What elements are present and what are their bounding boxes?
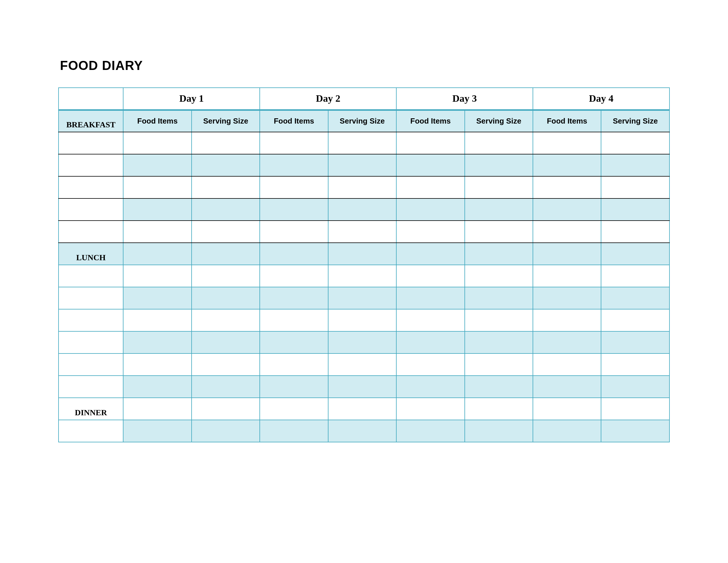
cell[interactable] [192,331,260,354]
cell[interactable] [396,154,464,176]
cell[interactable] [192,198,260,220]
cell[interactable] [533,198,601,220]
cell[interactable] [601,198,669,220]
cell[interactable] [260,354,328,376]
cell[interactable] [465,331,533,354]
cell[interactable] [465,287,533,309]
cell[interactable] [123,398,191,420]
cell[interactable] [260,198,328,220]
cell[interactable] [533,176,601,198]
cell[interactable] [396,309,464,331]
cell[interactable] [396,354,464,376]
cell[interactable] [533,376,601,398]
cell[interactable] [192,354,260,376]
cell[interactable] [465,154,533,176]
cell[interactable] [396,132,464,154]
cell[interactable] [192,176,260,198]
cell[interactable] [465,265,533,287]
cell[interactable] [192,243,260,265]
cell[interactable] [533,331,601,354]
cell[interactable] [260,287,328,309]
cell[interactable] [260,243,328,265]
cell[interactable] [396,331,464,354]
cell[interactable] [396,176,464,198]
cell[interactable] [533,287,601,309]
cell[interactable] [328,243,396,265]
cell[interactable] [123,154,191,176]
cell[interactable] [465,132,533,154]
cell[interactable] [192,265,260,287]
cell[interactable] [601,309,669,331]
cell[interactable] [260,132,328,154]
cell[interactable] [465,376,533,398]
cell[interactable] [396,376,464,398]
cell[interactable] [123,243,191,265]
cell[interactable] [533,154,601,176]
cell[interactable] [601,398,669,420]
cell[interactable] [260,309,328,331]
cell[interactable] [601,154,669,176]
cell[interactable] [260,220,328,243]
cell[interactable] [260,420,328,442]
cell[interactable] [260,398,328,420]
cell[interactable] [328,420,396,442]
cell[interactable] [192,420,260,442]
cell[interactable] [260,265,328,287]
cell[interactable] [123,309,191,331]
cell[interactable] [260,331,328,354]
cell[interactable] [601,176,669,198]
cell[interactable] [533,265,601,287]
cell[interactable] [192,309,260,331]
cell[interactable] [396,243,464,265]
cell[interactable] [601,331,669,354]
cell[interactable] [328,287,396,309]
cell[interactable] [192,132,260,154]
cell[interactable] [123,132,191,154]
cell[interactable] [396,265,464,287]
cell[interactable] [328,154,396,176]
cell[interactable] [328,331,396,354]
cell[interactable] [192,398,260,420]
cell[interactable] [192,376,260,398]
cell[interactable] [465,243,533,265]
cell[interactable] [260,176,328,198]
cell[interactable] [328,309,396,331]
cell[interactable] [192,154,260,176]
cell[interactable] [192,287,260,309]
cell[interactable] [533,420,601,442]
cell[interactable] [123,198,191,220]
cell[interactable] [328,376,396,398]
cell[interactable] [260,154,328,176]
cell[interactable] [465,198,533,220]
cell[interactable] [123,265,191,287]
cell[interactable] [465,354,533,376]
cell[interactable] [396,198,464,220]
cell[interactable] [328,132,396,154]
cell[interactable] [601,243,669,265]
cell[interactable] [123,287,191,309]
cell[interactable] [601,376,669,398]
cell[interactable] [328,398,396,420]
cell[interactable] [465,220,533,243]
cell[interactable] [328,176,396,198]
cell[interactable] [396,398,464,420]
cell[interactable] [533,309,601,331]
cell[interactable] [465,398,533,420]
cell[interactable] [465,176,533,198]
cell[interactable] [601,354,669,376]
cell[interactable] [123,354,191,376]
cell[interactable] [465,309,533,331]
cell[interactable] [123,420,191,442]
cell[interactable] [396,287,464,309]
cell[interactable] [123,220,191,243]
cell[interactable] [601,265,669,287]
cell[interactable] [601,287,669,309]
cell[interactable] [533,354,601,376]
cell[interactable] [328,354,396,376]
cell[interactable] [465,420,533,442]
cell[interactable] [533,398,601,420]
cell[interactable] [396,420,464,442]
cell[interactable] [328,220,396,243]
cell[interactable] [192,220,260,243]
cell[interactable] [328,265,396,287]
